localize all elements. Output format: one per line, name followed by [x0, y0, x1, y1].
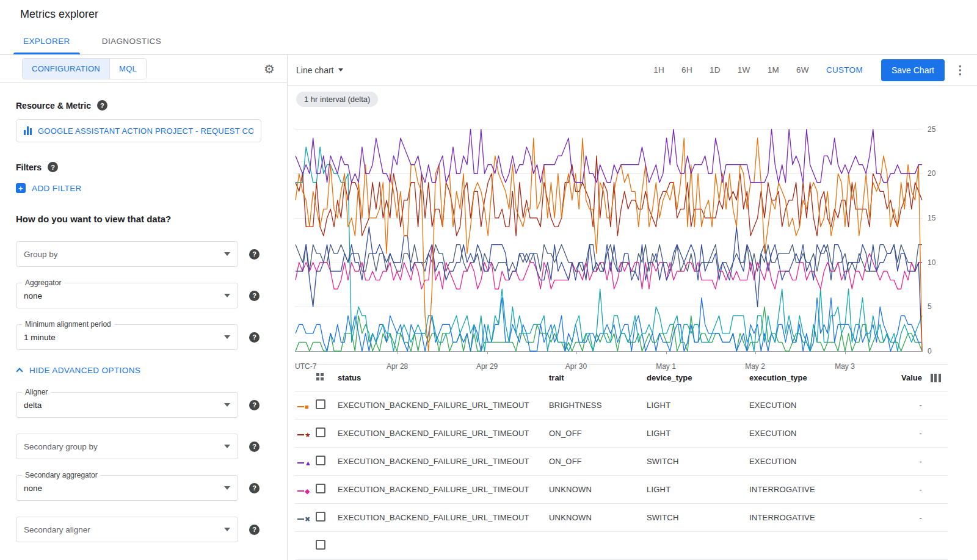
- row-checkbox[interactable]: [316, 456, 325, 465]
- cell-execution-type: EXECUTION: [749, 457, 896, 466]
- more-options-icon[interactable]: ⋮: [954, 63, 966, 77]
- field-label: Secondary aggregator: [22, 471, 101, 479]
- range-6w[interactable]: 6W: [788, 65, 818, 75]
- help-icon[interactable]: ?: [249, 525, 260, 535]
- y-axis-label: 10: [928, 258, 935, 267]
- tab-diagnostics[interactable]: DIAGNOSTICS: [86, 28, 177, 54]
- x-axis-label: May 1: [656, 362, 676, 371]
- x-axis-label: Apr 30: [565, 362, 587, 371]
- column-settings-icon[interactable]: [931, 374, 941, 382]
- config-panel-body: Resource & Metric ? GOOGLE ASSISTANT ACT…: [0, 83, 287, 542]
- chart-canvas[interactable]: [295, 113, 923, 360]
- y-axis-label: 5: [928, 302, 932, 311]
- col-status: status: [338, 373, 549, 382]
- field-row: Alignerdelta?: [16, 392, 271, 418]
- table-body: ■EXECUTION_BACKEND_FAILURE_URL_TIMEOUTBR…: [295, 391, 948, 560]
- cell-status: EXECUTION_BACKEND_FAILURE_URL_TIMEOUT: [338, 429, 549, 438]
- help-icon[interactable]: ?: [249, 291, 260, 301]
- range-6h[interactable]: 6H: [673, 65, 701, 75]
- mode-toggle: CONFIGURATION MQL: [22, 58, 147, 79]
- y-axis-label: 15: [928, 214, 935, 222]
- chevron-down-icon: [224, 528, 230, 531]
- chevron-down-icon: [224, 445, 230, 448]
- tab-mql[interactable]: MQL: [110, 59, 146, 79]
- hide-advanced-options-link[interactable]: HIDE ADVANCED OPTIONS: [17, 366, 140, 375]
- y-axis-label: 0: [928, 347, 932, 355]
- chevron-down-icon: [224, 335, 230, 339]
- dropdown-minimum-alignment-period[interactable]: Minimum alignment period1 minute: [16, 324, 238, 350]
- cell-status: EXECUTION_BACKEND_FAILURE_URL_TIMEOUT: [338, 485, 549, 494]
- table-row: [295, 532, 948, 560]
- table-row: ◆EXECUTION_BACKEND_FAILURE_URL_TIMEOUTUN…: [295, 476, 948, 504]
- help-icon[interactable]: ?: [249, 249, 260, 260]
- dropdown-secondary-aggregator[interactable]: Secondary aggregatornone: [16, 475, 238, 501]
- chart-area: Line chart 1H6H1D1W1M6W CUSTOM Save Char…: [288, 55, 977, 560]
- fields-group-advanced: Alignerdelta?Secondary group by?Secondar…: [16, 392, 271, 542]
- save-chart-button[interactable]: Save Chart: [881, 59, 945, 81]
- row-checkbox[interactable]: [316, 427, 325, 437]
- help-icon[interactable]: ?: [97, 100, 107, 111]
- dropdown-aligner[interactable]: Alignerdelta: [16, 392, 238, 418]
- chevron-down-icon: [224, 403, 230, 407]
- row-checkbox[interactable]: [316, 512, 325, 522]
- page-header: Metrics explorer: [0, 0, 977, 28]
- series-marker-icon: ◆: [297, 488, 310, 495]
- dropdown-aggregator[interactable]: Aggregatornone: [16, 283, 238, 308]
- range-1m[interactable]: 1M: [759, 65, 788, 75]
- cell-trait: BRIGHTNESS: [549, 401, 647, 410]
- resource-metric-value: GOOGLE ASSISTANT ACTION PROJECT - REQUES…: [38, 126, 253, 136]
- tab-explorer[interactable]: EXPLORER: [7, 28, 86, 54]
- series-marker-icon: ★: [297, 432, 311, 438]
- chevron-down-icon: [224, 486, 230, 490]
- table-row: ✖EXECUTION_BACKEND_FAILURE_URL_TIMEOUTUN…: [295, 504, 948, 532]
- field-label: Aligner: [22, 388, 51, 396]
- custom-range-button[interactable]: CUSTOM: [818, 65, 871, 75]
- y-axis: 0510152025: [926, 113, 943, 360]
- row-checkbox[interactable]: [316, 484, 325, 493]
- field-row: Secondary aligner?: [16, 517, 271, 542]
- resource-metric-label: Resource & Metric: [16, 101, 91, 111]
- tab-configuration[interactable]: CONFIGURATION: [23, 59, 110, 79]
- col-execution-type: execution_type: [749, 373, 896, 382]
- range-1h[interactable]: 1H: [645, 65, 673, 75]
- plus-icon: +: [16, 183, 26, 193]
- col-trait: trait: [549, 373, 647, 382]
- help-icon[interactable]: ?: [48, 162, 58, 172]
- field-placeholder: Secondary aligner: [24, 525, 90, 534]
- dropdown-secondary-aligner[interactable]: Secondary aligner: [16, 517, 238, 542]
- filters-section: Filters ?: [16, 162, 271, 172]
- config-panel: CONFIGURATION MQL ⚙ Resource & Metric ? …: [0, 55, 288, 560]
- cell-value: -: [896, 429, 923, 438]
- field-label: Aggregator: [22, 278, 64, 287]
- chevron-down-icon: [338, 68, 343, 71]
- time-range-group: 1H6H1D1W1M6W: [645, 65, 818, 75]
- gear-icon[interactable]: ⚙: [264, 63, 275, 75]
- series-marker-icon: ■: [297, 404, 309, 410]
- help-icon[interactable]: ?: [249, 483, 260, 493]
- add-filter-button[interactable]: + ADD FILTER: [16, 183, 82, 193]
- field-row: Secondary aggregatornone?: [16, 475, 271, 501]
- field-placeholder: Secondary group by: [24, 442, 98, 451]
- filters-label: Filters: [16, 162, 42, 172]
- cell-value: -: [896, 401, 923, 410]
- help-icon[interactable]: ?: [249, 400, 260, 410]
- tab-bar: EXPLORERDIAGNOSTICS: [0, 28, 977, 55]
- dropdown-group-by[interactable]: Group by: [16, 241, 238, 267]
- range-1d[interactable]: 1D: [701, 65, 729, 75]
- legend-grid-icon[interactable]: [316, 373, 324, 381]
- row-checkbox[interactable]: [316, 399, 325, 409]
- help-icon[interactable]: ?: [249, 442, 260, 452]
- cell-trait: ON_OFF: [549, 457, 647, 466]
- help-icon[interactable]: ?: [249, 332, 260, 343]
- range-1w[interactable]: 1W: [729, 65, 759, 75]
- field-placeholder: Group by: [24, 250, 58, 259]
- dropdown-secondary-group-by[interactable]: Secondary group by: [16, 434, 238, 459]
- row-checkbox[interactable]: [316, 540, 325, 550]
- chart-toolbar: Line chart 1H6H1D1W1M6W CUSTOM Save Char…: [288, 55, 977, 85]
- cell-device-type: LIGHT: [647, 485, 749, 494]
- field-value: none: [24, 291, 42, 300]
- chart-type-dropdown[interactable]: Line chart: [296, 65, 343, 75]
- x-axis: UTC-7Apr 28Apr 29Apr 30May 1May 2May 3: [295, 360, 923, 373]
- line-chart[interactable]: 0510152025 UTC-7Apr 28Apr 29Apr 30May 1M…: [295, 113, 943, 364]
- resource-metric-button[interactable]: GOOGLE ASSISTANT ACTION PROJECT - REQUES…: [16, 119, 261, 142]
